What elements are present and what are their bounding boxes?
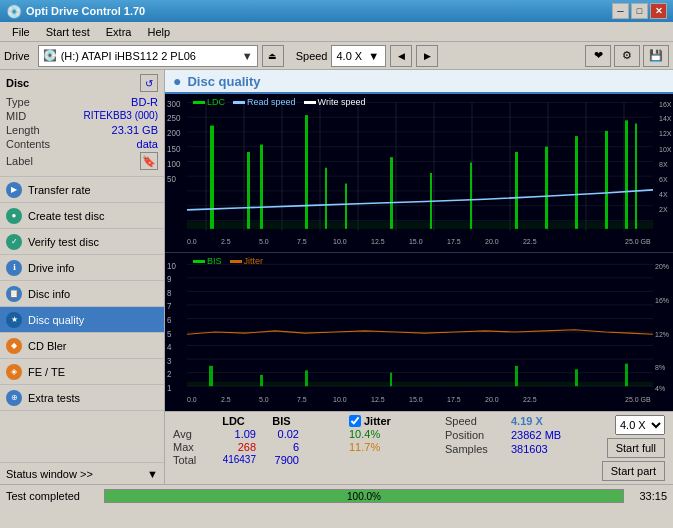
transfer-rate-label: Transfer rate: [28, 184, 91, 196]
svg-text:22.5: 22.5: [523, 395, 537, 405]
sidebar-item-verify-test-disc[interactable]: ✓ Verify test disc: [0, 229, 164, 255]
disc-quality-label: Disc quality: [28, 314, 84, 326]
sidebar-item-disc-info[interactable]: 📋 Disc info: [0, 281, 164, 307]
sidebar-item-fe-te[interactable]: ◈ FE / TE: [0, 359, 164, 385]
drive-eject-button[interactable]: ⏏: [262, 45, 284, 67]
svg-text:0.0: 0.0: [187, 395, 197, 405]
ldc-header: LDC: [211, 415, 256, 427]
svg-text:9: 9: [167, 274, 172, 285]
svg-rect-89: [187, 382, 653, 387]
sidebar-item-drive-info[interactable]: ℹ Drive info: [0, 255, 164, 281]
sidebar: Disc ↺ Type BD-R MID RITEKBB3 (000) Leng…: [0, 70, 165, 484]
avg-jitter: 10.4%: [349, 428, 380, 440]
max-bis: 6: [264, 441, 299, 453]
svg-text:10X: 10X: [659, 146, 672, 154]
drive-value: (H:) ATAPI iHBS112 2 PL06: [61, 50, 196, 62]
type-label: Type: [6, 96, 30, 108]
svg-rect-48: [575, 136, 578, 229]
svg-rect-49: [605, 131, 608, 229]
svg-rect-36: [187, 221, 653, 228]
total-ldc: 416437: [211, 454, 256, 466]
svg-text:25.0 GB: 25.0 GB: [625, 395, 651, 405]
menu-help[interactable]: Help: [139, 24, 178, 40]
disc-refresh-button[interactable]: ↺: [140, 74, 158, 92]
svg-text:7.5: 7.5: [297, 395, 307, 405]
sidebar-item-cd-bler[interactable]: ◆ CD Bler: [0, 333, 164, 359]
max-jitter: 11.7%: [349, 441, 380, 453]
svg-text:7.5: 7.5: [297, 237, 307, 245]
contents-label: Contents: [6, 138, 50, 150]
samples-label: Samples: [445, 443, 505, 455]
jitter-checkbox[interactable]: [349, 415, 361, 427]
verify-test-disc-label: Verify test disc: [28, 236, 99, 248]
svg-text:20.0: 20.0: [485, 395, 499, 405]
sidebar-item-create-test-disc[interactable]: ● Create test disc: [0, 203, 164, 229]
svg-text:5.0: 5.0: [259, 395, 269, 405]
chart-header-icon: ●: [173, 73, 181, 89]
start-full-button[interactable]: Start full: [607, 438, 665, 458]
svg-rect-37: [210, 126, 214, 229]
charts-container: 300 250 200 150 100 50 16X 14X 12X 10X 8…: [165, 94, 673, 411]
minimize-button[interactable]: ─: [612, 3, 629, 19]
status-text: Test completed: [6, 490, 96, 502]
verify-test-disc-icon: ✓: [6, 234, 22, 250]
svg-text:2.5: 2.5: [221, 395, 231, 405]
svg-text:14X: 14X: [659, 115, 672, 123]
drive-selector[interactable]: 💽 (H:) ATAPI iHBS112 2 PL06 ▼: [38, 45, 258, 67]
sidebar-item-extra-tests[interactable]: ⊕ Extra tests: [0, 385, 164, 411]
svg-text:10.0: 10.0: [333, 237, 347, 245]
menu-start-test[interactable]: Start test: [38, 24, 98, 40]
svg-rect-38: [247, 152, 250, 229]
save-button[interactable]: 💾: [643, 45, 669, 67]
svg-rect-90: [209, 366, 213, 386]
start-speed-selector[interactable]: 4.0 X: [615, 415, 665, 435]
disc-quality-icon: ★: [6, 312, 22, 328]
disc-title: Disc: [6, 77, 29, 89]
sidebar-item-transfer-rate[interactable]: ▶ Transfer rate: [0, 177, 164, 203]
svg-text:16%: 16%: [655, 295, 669, 305]
maximize-button[interactable]: □: [631, 3, 648, 19]
speed-down-button[interactable]: ◀: [390, 45, 412, 67]
position-label: Position: [445, 429, 505, 441]
svg-text:4X: 4X: [659, 191, 668, 199]
status-window[interactable]: Status window >> ▼: [0, 462, 164, 484]
bottom-chart-svg: 10 9 8 7 6 5 4 3 2 1 20% 16% 12% 8% 4%: [165, 253, 673, 411]
drive-info-label: Drive info: [28, 262, 74, 274]
top-chart: 300 250 200 150 100 50 16X 14X 12X 10X 8…: [165, 94, 673, 253]
speed-selector[interactable]: 4.0 X ▼: [331, 45, 386, 67]
top-chart-svg: 300 250 200 150 100 50 16X 14X 12X 10X 8…: [165, 94, 673, 252]
speed-stat-label: Speed: [445, 415, 505, 427]
svg-text:12.5: 12.5: [371, 237, 385, 245]
svg-text:6X: 6X: [659, 176, 668, 184]
menu-file[interactable]: File: [4, 24, 38, 40]
speed-label: Speed: [296, 50, 328, 62]
speed-up-button[interactable]: ▶: [416, 45, 438, 67]
start-part-button[interactable]: Start part: [602, 461, 665, 481]
close-button[interactable]: ✕: [650, 3, 667, 19]
svg-text:10: 10: [167, 260, 176, 271]
svg-text:15.0: 15.0: [409, 395, 423, 405]
label-icon-button[interactable]: 🔖: [140, 152, 158, 170]
sidebar-item-disc-quality[interactable]: ★ Disc quality: [0, 307, 164, 333]
svg-text:2X: 2X: [659, 206, 668, 214]
total-label: Total: [173, 454, 203, 466]
svg-text:2: 2: [167, 369, 172, 380]
menu-extra[interactable]: Extra: [98, 24, 140, 40]
svg-text:20.0: 20.0: [485, 237, 499, 245]
drive-bar: Drive 💽 (H:) ATAPI iHBS112 2 PL06 ▼ ⏏ Sp…: [0, 42, 673, 70]
settings-button[interactable]: ⚙: [614, 45, 640, 67]
progress-bar: 100.0%: [104, 489, 624, 503]
favorites-button[interactable]: ❤: [585, 45, 611, 67]
chart-header: ● Disc quality: [165, 70, 673, 94]
svg-text:4%: 4%: [655, 383, 665, 393]
legend-bis: BIS: [207, 256, 222, 266]
content-area: ● Disc quality 300 250 200 150 100 50 16…: [165, 70, 673, 484]
disc-panel: Disc ↺ Type BD-R MID RITEKBB3 (000) Leng…: [0, 70, 164, 177]
bis-header: BIS: [264, 415, 299, 427]
svg-text:300: 300: [167, 99, 181, 108]
contents-value: data: [137, 138, 158, 150]
svg-rect-42: [345, 184, 347, 229]
time-display: 33:15: [632, 490, 667, 502]
length-value: 23.31 GB: [112, 124, 158, 136]
extra-tests-label: Extra tests: [28, 392, 80, 404]
